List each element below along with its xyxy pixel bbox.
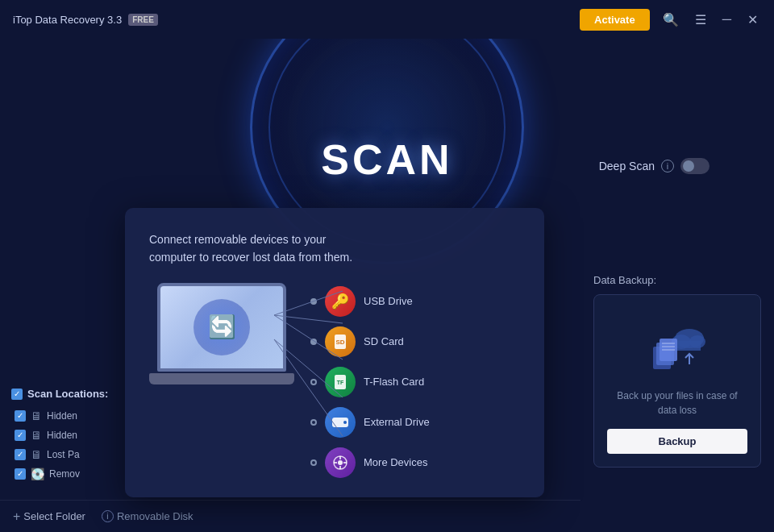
list-item: External Drive [310, 407, 520, 438]
popup-content: 🔄 🔑 U [149, 283, 520, 478]
info-icon: i [102, 510, 114, 522]
main-content: SCAN Deep Scan i ✓ Scan Locations: ✓ 🖥 H… [0, 39, 774, 532]
backup-description: Back up your files in case of data loss [607, 389, 747, 418]
list-item: ✓ 🖥 Hidden [11, 406, 137, 426]
more-devices-icon [325, 447, 356, 478]
deep-scan-info-icon[interactable]: i [661, 160, 674, 172]
sd-card-icon: SD [325, 326, 356, 357]
deep-scan-label: Deep Scan [599, 160, 655, 172]
device-name-0: USB Drive [364, 295, 413, 307]
scan-locations-header: ✓ Scan Locations: [11, 388, 137, 400]
backup-button[interactable]: Backup [607, 429, 747, 454]
device-dot-4 [310, 459, 317, 466]
hdd-icon: 🖥 [31, 429, 42, 442]
scan-locations: ✓ Scan Locations: ✓ 🖥 Hidden ✓ 🖥 Hidden [11, 388, 137, 484]
list-item: ✓ 🖥 Hidden [11, 426, 137, 445]
location-text-2: Lost Pa [47, 449, 80, 460]
removable-disk-label: i Removable Disk [102, 510, 194, 522]
location-checkbox-0[interactable]: ✓ [15, 410, 26, 422]
location-checkbox-2[interactable]: ✓ [15, 449, 26, 460]
select-folder-label: Select Folder [23, 510, 85, 522]
deep-scan-area: Deep Scan i [599, 158, 710, 174]
left-panel: ✓ Scan Locations: ✓ 🖥 Hidden ✓ 🖥 Hidden [0, 39, 137, 532]
minimize-icon[interactable]: ─ [719, 9, 734, 30]
location-text-1: Hidden [47, 430, 77, 441]
bottom-bar: + Select Folder i Removable Disk [0, 500, 580, 532]
titlebar: iTop Data Recovery 3.3 FREE Activate 🔍 ☰… [0, 0, 774, 39]
data-backup-card: Back up your files in case of data loss … [593, 294, 761, 468]
laptop-illustration: 🔄 [149, 283, 294, 412]
list-item: 🔑 USB Drive [310, 286, 520, 317]
titlebar-left: iTop Data Recovery 3.3 FREE [13, 14, 158, 26]
laptop-screen-glow: 🔄 [194, 299, 250, 355]
device-name-3: External Drive [364, 416, 430, 428]
checkbox-check-icon: ✓ [14, 390, 20, 398]
data-backup-section: Data Backup: [593, 274, 761, 468]
list-item: ✓ 💽 Remov [11, 464, 137, 484]
refresh-icon: 🔄 [208, 314, 236, 340]
right-panel: Data Backup: [580, 39, 774, 532]
popup-panel: Connect removable devices to your comput… [125, 208, 544, 497]
location-checkbox-3[interactable]: ✓ [15, 468, 26, 480]
checkbox-check-icon: ✓ [17, 451, 23, 459]
laptop-screen: 🔄 [157, 283, 286, 372]
tf-card-icon: TF [325, 367, 356, 397]
data-backup-title: Data Backup: [593, 274, 761, 286]
device-dot-2 [310, 379, 317, 385]
checkbox-check-icon: ✓ [17, 412, 23, 420]
search-icon[interactable]: 🔍 [660, 9, 682, 31]
svg-text:TF: TF [337, 380, 344, 385]
svg-point-10 [343, 421, 347, 424]
location-checkbox-1[interactable]: ✓ [15, 430, 26, 441]
free-badge: FREE [128, 14, 158, 26]
location-text-3: Remov [49, 468, 80, 480]
plus-icon: + [13, 509, 20, 524]
device-dot-0 [310, 298, 317, 305]
list-item: TF T-Flash Card [310, 367, 520, 397]
titlebar-right: Activate 🔍 ☰ ─ ✕ [580, 9, 761, 31]
deep-scan-toggle[interactable] [680, 158, 710, 174]
svg-text:SD: SD [335, 339, 344, 346]
scan-text-area: SCAN [321, 135, 452, 184]
device-name-1: SD Card [364, 335, 404, 347]
svg-point-12 [338, 460, 343, 465]
list-item: More Devices [310, 447, 520, 478]
close-icon[interactable]: ✕ [744, 9, 761, 31]
popup-description: Connect removable devices to your comput… [149, 231, 359, 267]
hdd-icon: 🖥 [31, 409, 42, 422]
backup-illustration [645, 308, 710, 377]
list-item: ✓ 🖥 Lost Pa [11, 445, 137, 464]
checkbox-check-icon: ✓ [17, 431, 23, 439]
activate-button[interactable]: Activate [580, 9, 650, 31]
backup-illustration-svg [645, 314, 710, 371]
select-folder-button[interactable]: + Select Folder [13, 509, 85, 524]
device-name-2: T-Flash Card [364, 376, 424, 388]
checkbox-check-icon: ✓ [17, 470, 23, 478]
scan-locations-checkbox[interactable]: ✓ [11, 389, 23, 400]
device-dot-3 [310, 419, 317, 426]
menu-icon[interactable]: ☰ [692, 9, 710, 31]
external-drive-icon [325, 407, 356, 438]
scan-label[interactable]: SCAN [321, 135, 452, 184]
disk-icon: 💽 [31, 468, 44, 480]
hdd-icon: 🖥 [31, 448, 42, 461]
device-list: 🔑 USB Drive SD SD Card TF T-Flash Card [310, 283, 520, 478]
list-item: SD SD Card [310, 326, 520, 357]
scan-locations-label: Scan Locations: [27, 388, 108, 400]
location-text-0: Hidden [47, 410, 77, 422]
app-title: iTop Data Recovery 3.3 [13, 14, 122, 26]
toggle-knob [683, 160, 694, 172]
device-name-4: More Devices [364, 456, 427, 468]
usb-drive-icon: 🔑 [325, 286, 356, 317]
laptop-base [149, 373, 294, 384]
device-dot-1 [310, 339, 317, 345]
